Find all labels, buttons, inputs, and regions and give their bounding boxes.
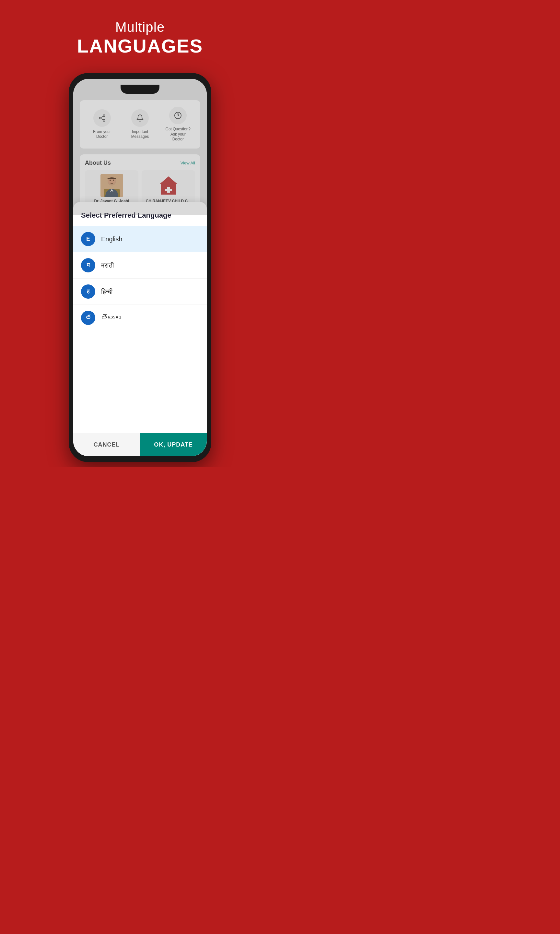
dialog-buttons: CANCEL OK, UPDATE: [73, 433, 207, 456]
language-item-english[interactable]: E English: [73, 226, 207, 252]
header-line1: Multiple: [77, 20, 203, 35]
lang-avatar-english: E: [81, 232, 95, 246]
phone-screen: From your Doctor Important Messages: [73, 79, 207, 456]
lang-avatar-hindi: ह: [81, 284, 95, 299]
header-line2: LANGUAGES: [77, 35, 203, 57]
ok-update-button[interactable]: OK, UPDATE: [140, 433, 207, 456]
cancel-button[interactable]: CANCEL: [73, 433, 140, 456]
language-list: E English म मराठी ह हिन्दी త తెలుగు: [73, 226, 207, 433]
phone-mockup: From your Doctor Important Messages: [69, 73, 211, 462]
lang-avatar-marathi: म: [81, 258, 95, 273]
language-item-hindi[interactable]: ह हिन्दी: [73, 279, 207, 305]
phone-notch: [120, 85, 160, 94]
lang-name-marathi: मराठी: [101, 262, 114, 269]
language-item-marathi[interactable]: म मराठी: [73, 252, 207, 279]
lang-name-hindi: हिन्दी: [101, 288, 113, 296]
dim-overlay: [73, 79, 207, 215]
language-dialog: Select Preferred Language E English म मर…: [73, 202, 207, 456]
header: Multiple LANGUAGES: [77, 0, 203, 57]
lang-name-telugu: తెలుగు: [101, 314, 121, 322]
lang-avatar-telugu: త: [81, 311, 95, 325]
language-item-telugu[interactable]: త తెలుగు: [73, 305, 207, 331]
lang-name-english: English: [101, 236, 123, 243]
